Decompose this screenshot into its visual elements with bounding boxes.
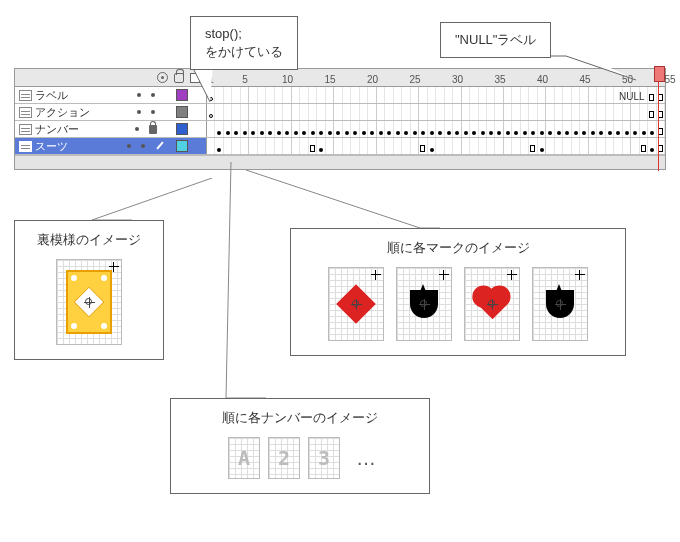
- visibility-icon[interactable]: [157, 72, 168, 83]
- suit-card: [328, 267, 384, 341]
- frame-ruler[interactable]: 151015202530354045505560: [207, 69, 665, 86]
- outline-icon[interactable]: [190, 73, 200, 83]
- playhead[interactable]: [658, 67, 659, 171]
- panel-back-title: 裏模様のイメージ: [31, 231, 147, 249]
- callout-stop: stop(); をかけている: [190, 16, 298, 70]
- suit-card: [396, 267, 452, 341]
- layer-icon: [19, 141, 32, 152]
- ruler-mark: 15: [324, 74, 335, 85]
- layer-row[interactable]: ナンバー: [15, 121, 665, 138]
- panel-suits-title: 順に各マークのイメージ: [307, 239, 609, 257]
- number-card: A: [228, 437, 260, 479]
- panel-numbers: 順に各ナンバーのイメージ A23…: [170, 398, 430, 494]
- layer-icon: [19, 124, 32, 135]
- lock-icon[interactable]: [149, 125, 157, 134]
- registration-icon: [507, 270, 517, 280]
- frames-track[interactable]: [207, 121, 665, 137]
- ruler-mark: 40: [537, 74, 548, 85]
- timeline-footer: [15, 155, 665, 169]
- callout-line2: をかけている: [205, 43, 283, 61]
- number-card: 2: [268, 437, 300, 479]
- ruler-mark: 35: [494, 74, 505, 85]
- vis-dot[interactable]: [135, 127, 139, 131]
- layer-name: ナンバー: [35, 122, 79, 137]
- registration-icon: [371, 270, 381, 280]
- frames-track[interactable]: [207, 104, 665, 120]
- ruler-mark: 30: [452, 74, 463, 85]
- ruler-row: 151015202530354045505560: [15, 69, 665, 87]
- layer-color[interactable]: [176, 106, 188, 118]
- ellipsis: …: [356, 447, 376, 470]
- ruler-mark: 45: [579, 74, 590, 85]
- ruler-mark: 1: [208, 74, 214, 85]
- layer-row[interactable]: アクション: [15, 104, 665, 121]
- vis-dot[interactable]: [127, 144, 131, 148]
- layer-color[interactable]: [176, 89, 188, 101]
- layer-color[interactable]: [176, 123, 188, 135]
- ruler-mark: 55: [664, 74, 675, 85]
- registration-icon: [575, 270, 585, 280]
- ruler-mark: 5: [242, 74, 248, 85]
- pencil-icon: [155, 141, 165, 151]
- frames-track[interactable]: [207, 87, 665, 103]
- layer-icon: [19, 90, 32, 101]
- registration-icon: [439, 270, 449, 280]
- layer-name: アクション: [35, 105, 90, 120]
- layer-row[interactable]: スーツ: [15, 138, 665, 155]
- suit-card: [464, 267, 520, 341]
- vis-dot[interactable]: [137, 93, 141, 97]
- lock-dot[interactable]: [151, 93, 155, 97]
- lock-dot[interactable]: [151, 110, 155, 114]
- layer-name: ラベル: [35, 88, 68, 103]
- layer-name: スーツ: [35, 139, 68, 154]
- null-flag: NULL: [619, 91, 645, 102]
- panel-numbers-title: 順に各ナンバーのイメージ: [187, 409, 413, 427]
- panel-back: 裏模様のイメージ: [14, 220, 164, 360]
- ruler-mark: 20: [367, 74, 378, 85]
- ruler-mark: 25: [409, 74, 420, 85]
- layer-color[interactable]: [176, 140, 188, 152]
- ruler-mark: 10: [282, 74, 293, 85]
- timeline-panel: 151015202530354045505560 ラベルアクションナンバースーツ: [14, 68, 666, 170]
- callout-null: "NULL"ラベル: [440, 22, 551, 58]
- layer-row[interactable]: ラベル: [15, 87, 665, 104]
- lock-dot[interactable]: [141, 144, 145, 148]
- suit-card: [532, 267, 588, 341]
- callout-line1: stop();: [205, 25, 283, 43]
- callout-null-text: "NULL"ラベル: [455, 32, 536, 47]
- panel-suits: 順に各マークのイメージ: [290, 228, 626, 356]
- layer-icon: [19, 107, 32, 118]
- card-back-image: [56, 259, 122, 345]
- frames-track[interactable]: [207, 138, 665, 154]
- vis-dot[interactable]: [137, 110, 141, 114]
- layer-header: [15, 69, 207, 86]
- ruler-mark: 50: [622, 74, 633, 85]
- lock-icon[interactable]: [174, 73, 184, 83]
- number-card: 3: [308, 437, 340, 479]
